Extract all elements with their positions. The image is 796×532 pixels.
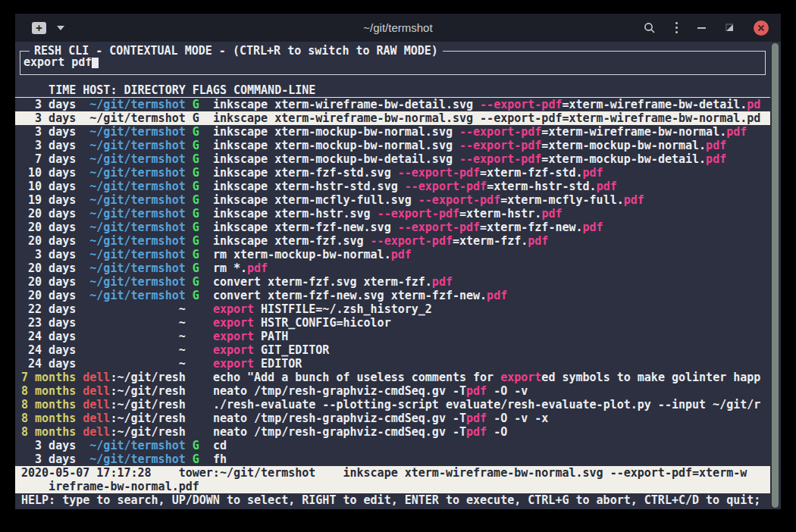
history-row[interactable]: 24 days ~ export PATH (15, 330, 770, 343)
table-header: TIME HOST: DIRECTORY FLAGS COMMAND-LINE (15, 83, 770, 98)
history-row[interactable]: 20 days ~/git/termshot G convert xterm-f… (15, 289, 770, 302)
history-row[interactable]: 20 days ~/git/termshot G inkscape xterm-… (15, 207, 770, 221)
close-icon (757, 24, 765, 32)
history-row[interactable]: 10 days ~/git/termshot G inkscape xterm-… (15, 180, 770, 193)
history-row[interactable]: 8 months dell:~/git/resh neato /tmp/resh… (15, 412, 770, 425)
history-row[interactable]: 10 days ~/git/termshot G inkscape xterm-… (15, 166, 770, 180)
terminal-window: + ~/git/termshot (15, 14, 781, 509)
detail-line: ireframe-bw-normal.pdf (15, 480, 770, 493)
history-row[interactable]: 20 days ~/git/termshot G inkscape xterm-… (15, 221, 770, 234)
history-row[interactable]: 7 days ~/git/termshot G inkscape xterm-m… (15, 152, 770, 166)
restore-button[interactable] (725, 23, 734, 32)
minimize-button[interactable] (697, 27, 706, 29)
history-row[interactable]: 22 days ~ export HISTFILE=~/.zsh_history… (15, 302, 770, 316)
history-row[interactable]: 3 days ~/git/termshot G rm xterm-mockup-… (15, 248, 770, 261)
kebab-menu-icon (675, 22, 678, 33)
text-cursor (92, 56, 99, 68)
search-button[interactable] (644, 22, 656, 34)
history-row[interactable]: 3 days ~/git/termshot G inkscape xterm-m… (15, 139, 770, 152)
titlebar: + ~/git/termshot (15, 14, 781, 42)
history-row[interactable]: 3 days ~/git/termshot G inkscape xterm-w… (15, 111, 770, 125)
restore-icon (725, 23, 734, 32)
terminal-content: RESH CLI - CONTEXTUAL MODE - (CTRL+R to … (15, 42, 781, 509)
search-box[interactable]: RESH CLI - CONTEXTUAL MODE - (CTRL+R to … (20, 51, 766, 75)
search-icon (644, 22, 656, 34)
history-row[interactable]: 8 months dell:~/git/resh neato /tmp/resh… (15, 384, 770, 398)
history-row[interactable]: 20 days ~/git/termshot G rm *.pdf (15, 261, 770, 275)
history-row[interactable]: 24 days ~ export EDITOR (15, 357, 770, 371)
history-row[interactable]: 8 months dell:~/git/resh ./resh-evaluate… (15, 398, 770, 412)
history-row[interactable]: 3 days ~/git/termshot G inkscape xterm-m… (15, 125, 770, 139)
history-row[interactable]: 20 days ~/git/termshot G inkscape xterm-… (15, 234, 770, 248)
scrollbar[interactable] (772, 43, 779, 508)
history-row[interactable]: 3 days ~/git/termshot G fh (15, 452, 770, 466)
history-row[interactable]: 20 days ~/git/termshot G convert xterm-f… (15, 275, 770, 289)
search-box-title: RESH CLI - CONTEXTUAL MODE - (CTRL+R to … (30, 44, 443, 58)
history-list: 3 days ~/git/termshot G inkscape xterm-w… (15, 98, 770, 466)
detail-panel: 2020-05-07 17:17:28 tower:~/git/termshot… (15, 466, 770, 493)
minimize-icon (697, 27, 706, 29)
history-row[interactable]: 19 days ~/git/termshot G inkscape xterm-… (15, 193, 770, 207)
history-row[interactable]: 3 days ~/git/termshot G inkscape xterm-w… (15, 98, 770, 111)
history-row[interactable]: 23 days ~ export HSTR_CONFIG=hicolor (15, 316, 770, 330)
help-bar: HELP: type to search, UP/DOWN to select,… (15, 493, 770, 507)
menu-button[interactable] (675, 22, 678, 33)
history-row[interactable]: 7 months dell:~/git/resh echo "Add a bun… (15, 371, 770, 384)
history-row[interactable]: 24 days ~ export GIT_EDITOR (15, 343, 770, 357)
history-row[interactable]: 8 months dell:~/git/resh neato /tmp/resh… (15, 425, 770, 439)
close-button[interactable] (754, 20, 769, 36)
detail-line: 2020-05-07 17:17:28 tower:~/git/termshot… (15, 466, 770, 480)
history-row[interactable]: 3 days ~/git/termshot G cd (15, 439, 770, 452)
